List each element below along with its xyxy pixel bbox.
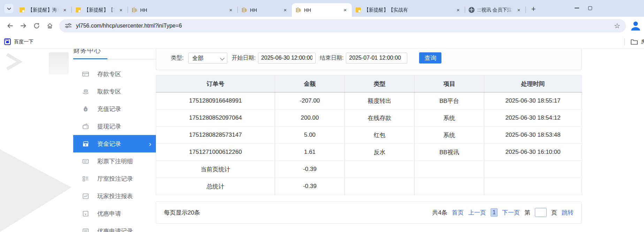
tab-close-icon[interactable]: × [62,7,68,13]
back-arrow-icon [7,22,14,29]
table-row: 1751280916648991-207.00额度转出BB平台2025-06-3… [156,92,582,110]
funds-record-icon [82,141,89,147]
start-date-label: 开始日期: [232,54,255,62]
total-count: 共4条 [432,209,447,217]
promo-apply-icon: ¥ [82,210,89,217]
table-cell: BB平台 [415,92,484,110]
table-cell: 1751280828573147 [156,127,275,144]
sidebar-item-6[interactable]: 彩票下注明细 › [73,152,157,170]
sidebar-item-5[interactable]: 资金记录 › [73,135,157,152]
filter-bar: 类型: 全部 开始日期: 结束日期: 查询 [156,49,582,70]
column-header: 处理时间 [484,75,582,92]
table-row: 17512808285731475.00红包系统2025-06-30 18:53… [156,127,582,144]
browser-tab[interactable]: HH × [238,3,292,17]
address-bar[interactable]: yl756.com/hhcp/usercenter.html?iniType=6… [59,19,626,32]
browser-tab[interactable]: 【新提醒】海燕策略 × [16,3,71,17]
hall-bet-record-icon [82,175,89,182]
sidebar-item-1[interactable]: 存款专区 › [73,65,157,83]
watermark-block [49,52,69,74]
summary-label: 当前页统计 [156,161,275,178]
forward-button[interactable] [17,19,30,32]
reload-button[interactable] [30,19,43,32]
records-table: 订单号金额类型项目处理时间 1751280916648991-207.00额度转… [156,75,582,195]
sidebar-item-4[interactable]: 提现记录 › [73,118,157,135]
bookmark-star-icon[interactable]: ☆ [614,22,620,30]
empty-cell [415,178,484,195]
sidebar-item-10[interactable]: 优惠申请记录 › [73,222,157,232]
empty-cell [484,161,582,178]
table-cell: 系统 [415,110,484,127]
current-page-badge[interactable]: 1 [491,208,498,217]
browser-tab[interactable]: HH × [128,3,237,17]
recharge-record-icon: ¥ [82,106,89,112]
maximize-icon[interactable] [588,6,592,10]
tab-close-icon[interactable]: × [118,7,124,13]
first-page-link[interactable]: 首页 [452,209,464,217]
bookmark-folder-label[interactable]: 房 [641,39,644,45]
browser-tab[interactable]: HH × [292,3,352,17]
tab-close-icon[interactable]: × [342,7,348,13]
start-date-input[interactable] [258,53,316,63]
sidebar-item-label: 厅室投注记录 [97,175,133,183]
minimize-icon[interactable] [575,8,579,8]
withdraw-record-icon [82,123,89,130]
browser-tab[interactable]: 【新提醒】【实战有 × [352,3,465,17]
page-content: 财务中心 存款专区 › 取款专区 › ¥ 充值记录 › 提现记录 › 资金记录 … [0,49,644,232]
chevron-right-icon: › [149,140,151,147]
summary-label: 总统计 [156,178,275,195]
browser-tab[interactable]: 【新提醒】【实战有 × [72,3,128,17]
tab-close-icon[interactable]: × [282,7,288,13]
next-page-link[interactable]: 下一页 [502,209,520,217]
summary-row: 当前页统计-0.39 [156,161,582,178]
deposit-icon [82,71,89,77]
sidebar-item-9[interactable]: ¥ 优惠申请 › [73,205,157,222]
lottery-detail-icon [82,158,89,165]
search-button[interactable]: 查询 [419,52,441,63]
table-cell: 1751280852097064 [156,110,275,127]
empty-cell [345,178,415,195]
browser-tab[interactable]: :::视讯 会员下注纪录 × [465,3,525,17]
sidebar-item-8[interactable]: 玩家投注报表 › [73,187,157,205]
sidebar-item-3[interactable]: ¥ 充值记录 › [73,100,157,118]
tab-title: HH [250,7,280,13]
back-button[interactable] [3,19,17,32]
type-select-wrap: 全部 [188,53,227,63]
end-date-input[interactable] [346,53,407,63]
table-cell: 红包 [345,127,415,144]
table-row: 17512710006122601.61反水BB视讯2025-06-30 16:… [156,144,582,161]
empty-cell [484,178,582,195]
tab-strip: 【新提醒】海燕策略 × 【新提醒】【实战有 × HH × HH × HH × 【… [0,0,644,17]
home-button[interactable] [43,19,56,32]
tab-search-button[interactable] [4,4,14,13]
folder-icon[interactable] [630,39,638,45]
chevron-down-icon [7,7,11,10]
jump-link[interactable]: 跳转 [562,209,574,217]
site-info-icon[interactable] [65,23,72,29]
summary-row: 总统计-0.39 [156,178,582,195]
tab-close-icon[interactable]: × [516,7,522,13]
column-header: 订单号 [156,75,275,92]
type-label: 类型: [171,54,183,62]
table-cell: BB视讯 [415,144,484,161]
sidebar-item-label: 充值记录 [97,105,121,113]
svg-text:¥: ¥ [85,108,86,111]
profile-avatar[interactable] [629,20,642,32]
sidebar-item-2[interactable]: 取款专区 › [73,83,157,100]
sidebar-item-7[interactable]: 厅室投注记录 › [73,170,157,187]
table-cell: 2025-06-30 18:54:12 [484,110,582,127]
sidebar-tabline-active [73,58,107,59]
prev-page-link[interactable]: 上一页 [468,209,486,217]
table-cell: 5.00 [275,127,345,144]
type-select[interactable]: 全部 [188,53,227,63]
tab-close-icon[interactable]: × [228,7,234,13]
url-text[interactable]: yl756.com/hhcp/usercenter.html?iniType=6 [76,23,610,29]
page-jump-input[interactable] [535,208,547,217]
tab-title: HH [304,7,340,13]
browser-toolbar: yl756.com/hhcp/usercenter.html?iniType=6… [0,17,644,35]
summary-value: -0.39 [275,178,345,195]
tab-close-icon[interactable]: × [455,7,461,13]
empty-cell [415,161,484,178]
new-tab-button[interactable]: + [529,4,538,14]
player-report-icon [82,193,89,200]
bookmark-baidu[interactable]: 百度一下 [14,39,33,45]
